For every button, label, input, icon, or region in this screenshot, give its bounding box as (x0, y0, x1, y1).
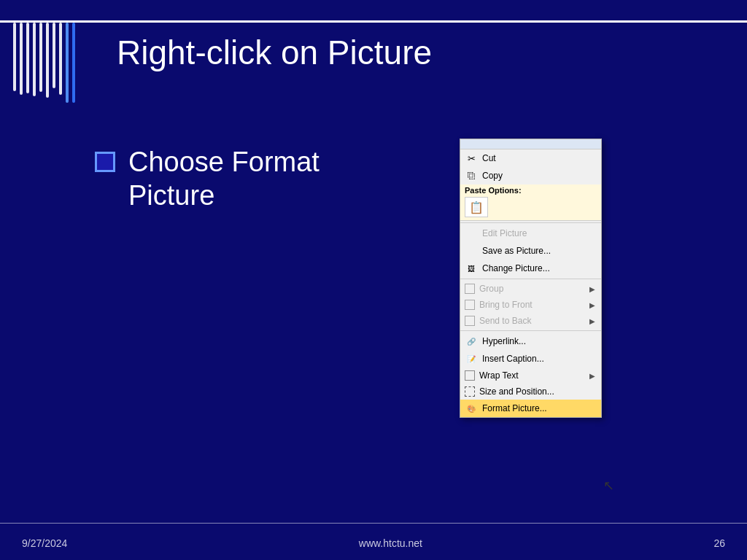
deco-line-3 (26, 23, 29, 93)
footer: 9/27/2024 www.htctu.net 26 (0, 537, 747, 549)
deco-lines (13, 23, 75, 103)
format-picture-label: Format Picture... (482, 403, 595, 413)
hyperlink-label: Hyperlink... (482, 336, 595, 346)
menu-item-hyperlink[interactable]: 🔗 Hyperlink... (460, 332, 601, 350)
deco-line-7 (53, 23, 55, 88)
menu-item-save-as-picture[interactable]: Save as Picture... (460, 242, 601, 260)
group-arrow: ▶ (589, 285, 595, 293)
size-and-position-label: Size and Position... (479, 386, 595, 397)
mouse-cursor: ↖ (603, 478, 614, 494)
menu-item-insert-caption[interactable]: 📝 Insert Caption... (460, 350, 601, 368)
menu-item-bring-to-front[interactable]: Bring to Front ▶ (460, 297, 601, 313)
edit-picture-label: Edit Picture (482, 228, 595, 238)
change-picture-icon: 🖼 (465, 262, 478, 275)
wrap-text-icon (465, 370, 475, 381)
separator-2 (460, 279, 601, 279)
bring-to-front-icon (465, 300, 475, 310)
deco-line-8 (59, 23, 62, 95)
menu-item-group[interactable]: Group ▶ (460, 281, 601, 297)
bullet-area: Choose Format Picture (95, 146, 320, 212)
insert-caption-label: Insert Caption... (482, 354, 595, 364)
separator-1 (460, 222, 601, 223)
insert-caption-icon: 📝 (465, 352, 478, 365)
send-to-back-icon (465, 316, 475, 326)
bottom-line (0, 523, 747, 524)
change-picture-label: Change Picture... (482, 263, 595, 273)
menu-header (460, 139, 601, 149)
wrap-text-label: Wrap Text (479, 370, 585, 381)
footer-page: 26 (713, 537, 725, 549)
hyperlink-icon: 🔗 (465, 335, 478, 348)
menu-item-size-and-position[interactable]: Size and Position... (460, 384, 601, 400)
footer-date: 9/27/2024 (22, 537, 67, 549)
send-to-back-label: Send to Back (479, 316, 585, 326)
copy-icon: ⿻ (465, 169, 478, 182)
bullet-text: Choose Format Picture (128, 146, 320, 212)
deco-line-1 (13, 23, 16, 91)
paste-options-title: Paste Options: (465, 186, 595, 195)
group-label: Group (479, 284, 585, 294)
deco-line-5 (39, 23, 42, 92)
deco-line-10 (72, 23, 75, 103)
copy-label: Copy (482, 171, 595, 181)
separator-3 (460, 330, 601, 331)
deco-line-9 (66, 23, 69, 103)
save-as-picture-icon (465, 244, 478, 257)
size-and-position-icon (465, 386, 475, 397)
slide-title: Right-click on Picture (117, 33, 432, 72)
bullet-checkbox (95, 152, 115, 172)
deco-line-6 (46, 23, 49, 98)
paste-icons: 📋 (465, 197, 595, 217)
wrap-text-arrow: ▶ (589, 372, 595, 380)
cut-icon: ✂ (465, 152, 478, 165)
footer-website: www.htctu.net (359, 537, 422, 549)
bullet-item: Choose Format Picture (95, 146, 320, 212)
bring-to-front-label: Bring to Front (479, 300, 585, 310)
menu-item-cut[interactable]: ✂ Cut (460, 149, 601, 167)
paste-options-section: Paste Options: 📋 (460, 184, 601, 221)
menu-item-change-picture[interactable]: 🖼 Change Picture... (460, 260, 601, 277)
context-menu: ✂ Cut ⿻ Copy Paste Options: 📋 Edit Pictu… (460, 139, 602, 418)
paste-icon[interactable]: 📋 (465, 197, 488, 217)
slide: Right-click on Picture Choose Format Pic… (0, 0, 747, 560)
group-icon (465, 284, 475, 294)
menu-item-wrap-text[interactable]: Wrap Text ▶ (460, 368, 601, 384)
deco-line-4 (33, 23, 36, 96)
menu-item-format-picture[interactable]: 🎨 Format Picture... (460, 400, 601, 417)
format-picture-icon: 🎨 (465, 402, 478, 415)
deco-line-2 (20, 23, 23, 95)
bring-to-front-arrow: ▶ (589, 301, 595, 309)
edit-picture-icon (465, 227, 478, 240)
send-to-back-arrow: ▶ (589, 317, 595, 325)
save-as-picture-label: Save as Picture... (482, 246, 595, 256)
menu-item-edit-picture: Edit Picture (460, 225, 601, 242)
cut-label: Cut (482, 153, 595, 163)
menu-item-send-to-back[interactable]: Send to Back ▶ (460, 313, 601, 329)
menu-item-copy[interactable]: ⿻ Copy (460, 167, 601, 184)
top-line (0, 20, 747, 23)
